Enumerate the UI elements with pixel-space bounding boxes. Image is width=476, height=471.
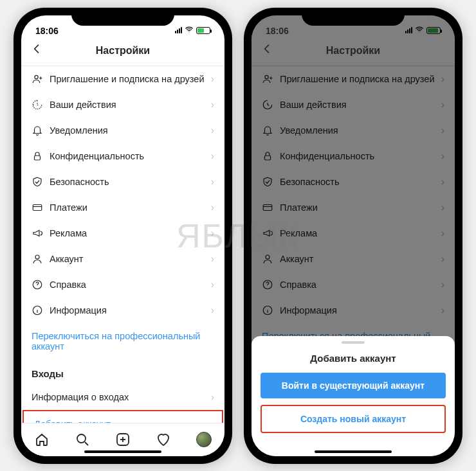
login-existing-button[interactable]: Войти в существующий аккаунт bbox=[261, 373, 446, 398]
chevron-right-icon: › bbox=[211, 253, 214, 265]
chevron-right-icon: › bbox=[211, 150, 214, 162]
header: Настройки bbox=[21, 37, 224, 66]
tab-profile[interactable] bbox=[184, 423, 224, 456]
row-account[interactable]: Аккаунт › bbox=[21, 246, 224, 272]
user-icon bbox=[32, 253, 50, 265]
add-account-sheet: Добавить аккаунт Войти в существующий ак… bbox=[252, 336, 455, 456]
signal-icon bbox=[175, 27, 182, 33]
row-privacy[interactable]: Конфиденциальность › bbox=[21, 143, 224, 169]
screen-right: 18:06 Настройки Приглашение и подписка н… bbox=[252, 15, 455, 456]
row-login-info[interactable]: Информация о входах › bbox=[21, 384, 224, 410]
bell-icon bbox=[32, 125, 50, 136]
switch-professional-link[interactable]: Переключиться на профессиональный аккаун… bbox=[21, 323, 224, 359]
chevron-right-icon: › bbox=[211, 227, 214, 239]
chevron-right-icon: › bbox=[211, 176, 214, 188]
home-indicator[interactable] bbox=[315, 450, 392, 453]
home-indicator[interactable] bbox=[84, 450, 161, 453]
row-help[interactable]: Справка › bbox=[21, 272, 224, 298]
row-label: Информация bbox=[50, 305, 211, 315]
notch bbox=[302, 8, 405, 26]
row-label: Аккаунт bbox=[50, 254, 211, 264]
row-payments[interactable]: Платежи › bbox=[21, 195, 224, 220]
create-new-account-button[interactable]: Создать новый аккаунт bbox=[261, 405, 446, 433]
row-invite[interactable]: Приглашение и подписка на друзей › bbox=[21, 66, 224, 92]
row-ads[interactable]: Реклама › bbox=[21, 220, 224, 246]
chevron-right-icon: › bbox=[211, 125, 214, 136]
screen-left: 18:06 Настройки Приглашение и подписка н… bbox=[21, 15, 224, 456]
info-icon bbox=[32, 305, 50, 316]
chevron-right-icon: › bbox=[211, 305, 214, 316]
row-label: Конфиденциальность bbox=[50, 151, 211, 161]
row-label: Платежи bbox=[50, 202, 211, 213]
chevron-right-icon: › bbox=[211, 202, 214, 213]
chevron-right-icon: › bbox=[211, 99, 214, 111]
chevron-right-icon: › bbox=[211, 392, 214, 402]
status-icons bbox=[175, 25, 210, 36]
page-title: Настройки bbox=[30, 45, 215, 57]
row-label: Безопасность bbox=[50, 177, 211, 187]
phone-right: 18:06 Настройки Приглашение и подписка н… bbox=[244, 8, 462, 464]
chevron-right-icon: › bbox=[211, 73, 214, 85]
row-security[interactable]: Безопасность › bbox=[21, 169, 224, 195]
row-label: Справка bbox=[50, 280, 211, 290]
row-notifications[interactable]: Уведомления › bbox=[21, 118, 224, 143]
sheet-handle[interactable] bbox=[342, 341, 365, 344]
status-time: 18:06 bbox=[35, 26, 175, 36]
row-activity[interactable]: Ваши действия › bbox=[21, 92, 224, 118]
row-label: Уведомления bbox=[50, 125, 211, 136]
invite-icon bbox=[32, 73, 50, 85]
svg-point-0 bbox=[35, 75, 38, 78]
battery-icon bbox=[196, 27, 210, 34]
tab-home[interactable] bbox=[21, 423, 62, 456]
row-label: Информация о входах bbox=[32, 392, 129, 402]
settings-list[interactable]: Приглашение и подписка на друзей › Ваши … bbox=[21, 66, 224, 423]
svg-rect-1 bbox=[35, 156, 41, 160]
card-icon bbox=[32, 202, 50, 213]
notch bbox=[71, 8, 174, 26]
svg-rect-2 bbox=[33, 204, 42, 210]
row-label: Реклама bbox=[50, 228, 211, 238]
avatar-icon bbox=[196, 432, 212, 447]
svg-point-3 bbox=[35, 255, 39, 259]
add-account-link[interactable]: Добавить аккаунт bbox=[23, 410, 223, 423]
lock-icon bbox=[32, 150, 50, 162]
wifi-icon bbox=[185, 25, 194, 36]
row-info[interactable]: Информация › bbox=[21, 298, 224, 323]
activity-icon bbox=[32, 99, 50, 111]
sheet-title: Добавить аккаунт bbox=[261, 350, 446, 373]
shield-icon bbox=[32, 176, 50, 188]
help-icon bbox=[32, 279, 50, 290]
row-label: Приглашение и подписка на друзей bbox=[50, 74, 211, 84]
section-logins: Входы bbox=[21, 359, 224, 384]
phone-left: 18:06 Настройки Приглашение и подписка н… bbox=[14, 8, 232, 464]
svg-point-6 bbox=[77, 434, 86, 443]
row-label: Ваши действия bbox=[50, 100, 211, 110]
chevron-right-icon: › bbox=[211, 279, 214, 290]
megaphone-icon bbox=[32, 227, 50, 239]
